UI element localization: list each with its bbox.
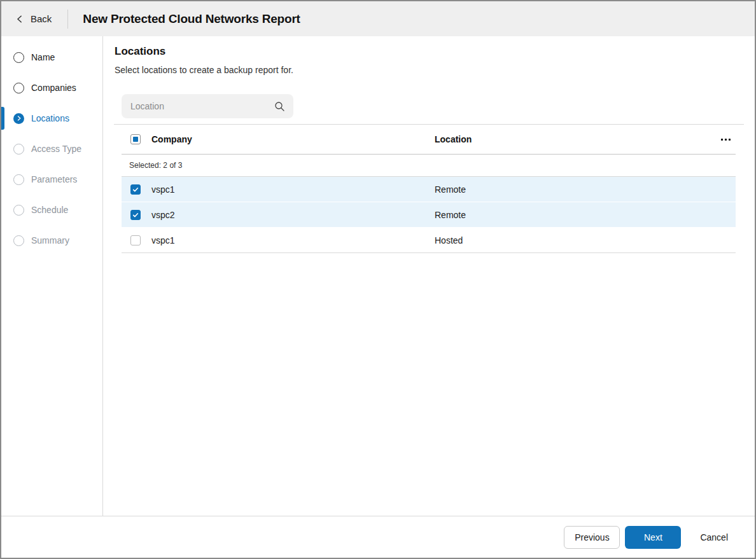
row-checkbox[interactable] <box>130 210 141 220</box>
topbar-divider <box>67 10 68 29</box>
step-access-type[interactable]: Access Type <box>1 134 102 164</box>
row-checkbox[interactable] <box>130 235 141 245</box>
step-companies[interactable]: Companies <box>1 72 102 103</box>
step-schedule[interactable]: Schedule <box>1 195 102 225</box>
selection-summary: Selected: 2 of 3 <box>122 155 736 177</box>
topbar: Back New Protected Cloud Networks Report <box>1 1 755 36</box>
step-circle-icon <box>13 174 24 185</box>
main-content: Locations Select locations to create a b… <box>103 36 755 516</box>
table-row[interactable]: vspc1 Hosted <box>122 228 736 253</box>
section-subtitle: Select locations to create a backup repo… <box>115 65 755 75</box>
step-circle-icon <box>13 205 24 216</box>
section-heading: Locations <box>115 45 755 58</box>
table-row[interactable]: vspc1 Remote <box>122 177 736 202</box>
step-label: Access Type <box>31 144 81 154</box>
selection-summary-text: Selected: 2 of 3 <box>129 161 182 170</box>
step-circle-icon <box>13 83 24 93</box>
search-icon[interactable] <box>274 101 285 112</box>
next-button[interactable]: Next <box>625 526 681 549</box>
step-label: Companies <box>31 83 76 93</box>
location-search-box[interactable] <box>122 94 293 118</box>
page-title: New Protected Cloud Networks Report <box>83 12 300 26</box>
indeterminate-mark <box>133 137 138 142</box>
row-checkbox[interactable] <box>130 184 141 195</box>
previous-button[interactable]: Previous <box>564 526 620 549</box>
cell-company: vspc2 <box>151 210 435 220</box>
table-header-row: Company Location <box>122 125 736 155</box>
step-name[interactable]: Name <box>1 42 102 72</box>
wizard-footer: Previous Next Cancel <box>1 516 755 558</box>
step-locations[interactable]: Locations <box>1 103 102 134</box>
step-label: Name <box>31 52 55 62</box>
step-circle-icon <box>13 52 24 63</box>
step-label: Parameters <box>31 174 77 184</box>
locations-table: Company Location Selected: 2 of 3 vspc1 … <box>122 125 736 253</box>
step-summary[interactable]: Summary <box>1 225 102 256</box>
current-step-indicator <box>1 107 4 130</box>
cell-company: vspc1 <box>151 184 435 195</box>
wizard-window: Back New Protected Cloud Networks Report… <box>0 0 756 559</box>
step-circle-icon <box>13 144 24 155</box>
chevron-left-icon <box>15 15 24 24</box>
cell-location: Hosted <box>435 235 736 245</box>
cancel-button[interactable]: Cancel <box>695 526 733 549</box>
table-row[interactable]: vspc2 Remote <box>122 202 736 228</box>
column-header-company[interactable]: Company <box>151 134 435 144</box>
table-options-button[interactable] <box>717 135 734 144</box>
chevron-right-circle-icon <box>13 113 24 124</box>
column-header-location[interactable]: Location <box>435 134 717 144</box>
ellipsis-icon <box>721 139 723 141</box>
step-label: Locations <box>31 113 69 123</box>
search-input[interactable] <box>130 101 274 111</box>
back-button[interactable]: Back <box>15 13 52 24</box>
step-label: Summary <box>31 235 69 245</box>
select-all-checkbox[interactable] <box>130 134 141 144</box>
step-label: Schedule <box>31 205 68 215</box>
step-parameters[interactable]: Parameters <box>1 164 102 195</box>
back-label: Back <box>31 13 52 24</box>
cell-company: vspc1 <box>151 235 435 245</box>
step-circle-icon <box>13 235 24 246</box>
cell-location: Remote <box>435 184 736 195</box>
cell-location: Remote <box>435 210 736 220</box>
check-icon <box>132 186 139 193</box>
check-icon <box>132 211 139 219</box>
wizard-steps-sidebar: Name Companies Locations Access Type <box>1 36 103 516</box>
